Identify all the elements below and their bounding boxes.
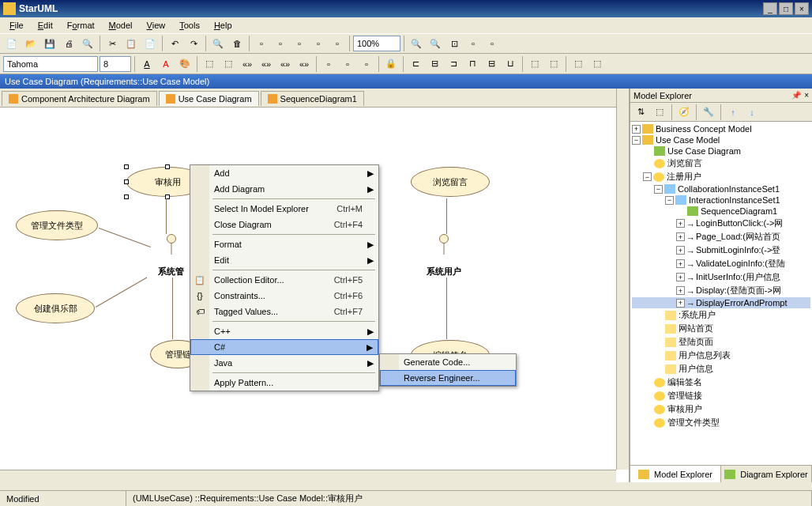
menu-select-in-explorer[interactable]: Select In Model ExplorerCtrl+M bbox=[190, 201, 378, 217]
expand-icon[interactable]: + bbox=[676, 299, 685, 308]
maximize-button[interactable]: □ bbox=[779, 2, 793, 15]
redo-button[interactable]: ↷ bbox=[185, 35, 202, 52]
canvas-area[interactable]: Component Architecture Diagram Use Case … bbox=[0, 89, 630, 482]
cut-button[interactable]: ✂ bbox=[103, 35, 121, 52]
menu-close-diagram[interactable]: Close DiagramCtrl+F4 bbox=[190, 217, 378, 232]
tree-node[interactable]: 管理文件类型 bbox=[632, 416, 810, 429]
menu-constraints[interactable]: {}Constraints...Ctrl+F6 bbox=[190, 288, 378, 304]
tool-b-button[interactable]: ▫ bbox=[272, 35, 289, 52]
tree-node[interactable]: +Business Concept Model bbox=[632, 123, 810, 134]
tab-component-arch[interactable]: Component Architecture Diagram bbox=[2, 91, 157, 106]
sort-button[interactable]: ⇅ bbox=[632, 104, 649, 121]
vis-b-button[interactable]: ▫ bbox=[339, 55, 356, 73]
tree-node[interactable]: +→InitUserInfo:(用户信息 bbox=[632, 270, 810, 284]
tree-node[interactable]: 管理链接 bbox=[632, 389, 810, 402]
tab-model-explorer[interactable]: Model Explorer bbox=[630, 466, 721, 482]
align-l-button[interactable]: ⊏ bbox=[407, 55, 424, 73]
tab-diagram-explorer[interactable]: Diagram Explorer bbox=[721, 466, 812, 482]
tool-e-button[interactable]: ▫ bbox=[329, 35, 346, 52]
expand-icon[interactable]: + bbox=[676, 219, 685, 228]
find-button[interactable]: 🔍 bbox=[209, 35, 227, 52]
menu-tagged-values[interactable]: 🏷Tagged Values...Ctrl+F7 bbox=[190, 304, 378, 319]
font-style-button[interactable]: A bbox=[138, 55, 156, 73]
align-r-button[interactable]: ⊐ bbox=[445, 55, 462, 73]
tree-node[interactable]: 登陆页面 bbox=[632, 335, 810, 349]
menu-add[interactable]: Add▶ bbox=[190, 165, 378, 181]
expand-icon[interactable]: + bbox=[676, 273, 685, 281]
vis-a-button[interactable]: ▫ bbox=[320, 55, 337, 73]
filter-button[interactable]: ⬚ bbox=[651, 104, 668, 121]
tree-node[interactable]: 用户信息 bbox=[632, 362, 810, 376]
vis-c-button[interactable]: ▫ bbox=[358, 55, 375, 73]
menu-edit[interactable]: Edit bbox=[32, 19, 59, 32]
preview-button[interactable]: 🔍 bbox=[79, 35, 96, 52]
tool-d-button[interactable]: ▫ bbox=[310, 35, 327, 52]
menu-add-diagram[interactable]: Add Diagram▶ bbox=[190, 181, 378, 197]
usecase-manage-file-types[interactable]: 管理文件类型 bbox=[16, 210, 98, 240]
delete-button[interactable]: 🗑 bbox=[228, 35, 246, 52]
collapse-icon[interactable]: − bbox=[665, 196, 674, 205]
actor-system-admin[interactable]: 系统管 bbox=[158, 234, 184, 278]
menu-format[interactable]: Format▶ bbox=[190, 236, 378, 252]
panel-close-icon[interactable]: × bbox=[804, 91, 809, 100]
vertical-scrollbar[interactable] bbox=[616, 89, 629, 470]
down-button[interactable]: ↓ bbox=[743, 104, 761, 121]
stereo-c-button[interactable]: «» bbox=[276, 55, 294, 73]
refresh-button[interactable]: 🔧 bbox=[700, 104, 717, 121]
tree-node[interactable]: −注册用户 bbox=[632, 170, 810, 183]
copy-button[interactable]: 📋 bbox=[122, 35, 140, 52]
tree-node[interactable]: +→LoginButtonClick:(->网 bbox=[632, 217, 810, 230]
font-size-input[interactable] bbox=[100, 56, 131, 72]
tool-c-button[interactable]: ▫ bbox=[291, 35, 308, 52]
submenu-reverse-engineer[interactable]: Reverse Engineer... bbox=[380, 370, 516, 386]
tree-node[interactable]: +→Page_Load:(网站首页 bbox=[632, 230, 810, 244]
print-button[interactable]: 🖨 bbox=[60, 35, 77, 52]
paste-button[interactable]: 📄 bbox=[141, 35, 159, 52]
tree-node[interactable]: +→Display:(登陆页面->网 bbox=[632, 284, 810, 297]
usecase-browse-messages[interactable]: 浏览留言 bbox=[411, 167, 490, 197]
tree-node[interactable]: +→ValidateLoginInfo:(登陆 bbox=[632, 257, 810, 270]
menu-edit[interactable]: Edit▶ bbox=[190, 252, 378, 268]
menu-cpp[interactable]: C++▶ bbox=[190, 323, 378, 339]
front-button[interactable]: ⬚ bbox=[570, 55, 587, 73]
tree-node[interactable]: :系统用户 bbox=[632, 308, 810, 322]
back-button[interactable]: ⬚ bbox=[588, 55, 606, 73]
zoom-actual-button[interactable]: ▫ bbox=[464, 35, 482, 52]
nav-button[interactable]: 🧭 bbox=[675, 104, 693, 121]
line-b-button[interactable]: ⬚ bbox=[220, 55, 237, 73]
tree-node[interactable]: 编辑签名 bbox=[632, 376, 810, 389]
tree-node-selected[interactable]: +→DisplayErrorAndPrompt bbox=[632, 297, 810, 308]
stereo-d-button[interactable]: «» bbox=[295, 55, 313, 73]
stereo-a-button[interactable]: «» bbox=[239, 55, 256, 73]
align-t-button[interactable]: ⊓ bbox=[464, 55, 481, 73]
tree-node[interactable]: −InteractionInstanceSet1 bbox=[632, 194, 810, 206]
close-button[interactable]: × bbox=[795, 2, 809, 15]
zoom-in-button[interactable]: 🔍 bbox=[408, 35, 425, 52]
menu-csharp[interactable]: C#▶ bbox=[190, 339, 378, 355]
expand-icon[interactable]: + bbox=[676, 246, 685, 255]
undo-button[interactable]: ↶ bbox=[166, 35, 183, 52]
collapse-icon[interactable]: − bbox=[632, 136, 641, 145]
pin-icon[interactable]: 📌 bbox=[791, 91, 801, 100]
tree-node[interactable]: +→SubmitLoginInfo:(->登 bbox=[632, 244, 810, 257]
menu-tools[interactable]: Tools bbox=[173, 19, 206, 32]
misc-button[interactable]: ▫ bbox=[483, 35, 501, 52]
save-button[interactable]: 💾 bbox=[41, 35, 58, 52]
zoom-out-button[interactable]: 🔍 bbox=[427, 35, 444, 52]
usecase-create-club[interactable]: 创建俱乐部 bbox=[16, 293, 95, 323]
collapse-icon[interactable]: − bbox=[643, 172, 652, 181]
tree-node[interactable]: 浏览留言 bbox=[632, 157, 810, 170]
tree-node[interactable]: 网站首页 bbox=[632, 322, 810, 335]
font-color-button[interactable]: A bbox=[157, 55, 175, 73]
open-button[interactable]: 📂 bbox=[22, 35, 39, 52]
lock-button[interactable]: 🔒 bbox=[382, 55, 400, 73]
align-b-button[interactable]: ⊔ bbox=[502, 55, 519, 73]
fill-color-button[interactable]: 🎨 bbox=[176, 55, 194, 73]
expand-icon[interactable]: + bbox=[632, 125, 641, 134]
tab-use-case[interactable]: Use Case Diagram bbox=[159, 91, 259, 106]
collapse-icon[interactable]: − bbox=[654, 185, 663, 194]
expand-icon[interactable]: + bbox=[676, 259, 685, 268]
horizontal-scrollbar[interactable] bbox=[0, 470, 616, 482]
menu-view[interactable]: View bbox=[141, 19, 172, 32]
new-button[interactable]: 📄 bbox=[3, 35, 21, 52]
